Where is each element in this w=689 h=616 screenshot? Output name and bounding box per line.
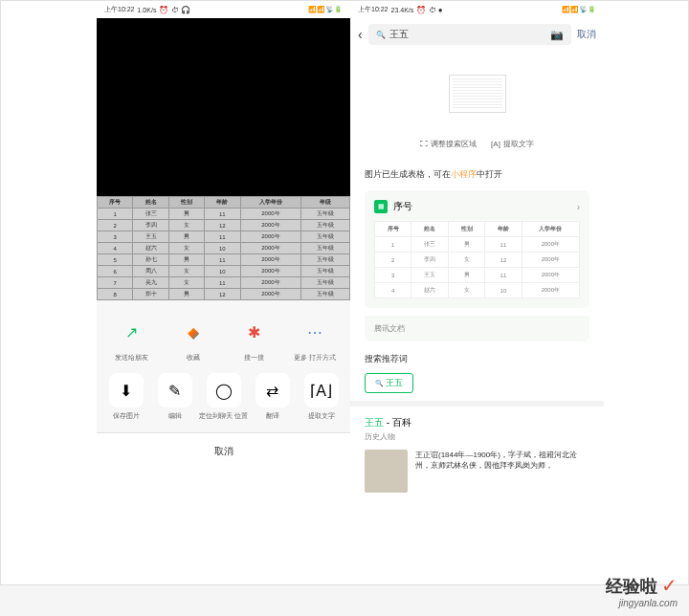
status-right-icons: 📶📶📡🔋 xyxy=(308,6,343,13)
share-item-icon: ⋯ xyxy=(298,315,332,349)
recommend-title: 搜索推荐词 xyxy=(365,353,589,365)
share-item[interactable]: ⇄翻译 xyxy=(248,373,297,420)
check-icon: ✓ xyxy=(661,575,678,596)
camera-icon[interactable]: 📷 xyxy=(550,29,564,41)
share-item[interactable]: ✱搜一搜 xyxy=(228,315,280,362)
image-viewer[interactable]: 序号姓名性别年龄入学年份年级1张三男112000年五年级2李四女122000年五… xyxy=(97,18,350,300)
share-item[interactable]: ⋯更多 打开方式 xyxy=(289,315,342,362)
crop-search-area-button[interactable]: ⛶ 调整搜索区域 xyxy=(420,139,477,149)
spreadsheet-icon: ▦ xyxy=(374,200,388,213)
share-item-icon: ⌈A⌋ xyxy=(304,373,339,407)
share-item-label: 定位到聊天 位置 xyxy=(199,412,248,420)
status-net: 1.0K/s xyxy=(138,7,157,13)
search-icon: 🔍 xyxy=(376,31,386,39)
share-item[interactable]: ⌈A⌋提取文字 xyxy=(297,373,345,420)
share-item-icon: ↗ xyxy=(115,315,149,349)
search-input[interactable]: 🔍 王五 📷 xyxy=(368,24,571,45)
share-item-icon: ◯ xyxy=(207,373,241,407)
baike-suffix: - 百科 xyxy=(384,417,411,428)
share-item-icon: ✱ xyxy=(236,315,271,349)
share-item-label: 更多 打开方式 xyxy=(294,354,336,362)
extract-text-button[interactable]: [A] 提取文字 xyxy=(491,139,534,149)
share-item[interactable]: ◯定位到聊天 位置 xyxy=(199,373,248,420)
status-time: 上午10:22 xyxy=(358,5,389,14)
share-item[interactable]: ✎编辑 xyxy=(150,373,199,420)
status-bar: 上午10:22 23.4K/s ⏰ ⏱ ● 📶📶📡🔋 xyxy=(350,1,604,18)
share-item-label: 翻译 xyxy=(266,412,279,420)
baike-name: 王五 xyxy=(365,417,384,428)
share-item-label: 发送给朋友 xyxy=(115,354,148,362)
image-preview xyxy=(350,51,604,129)
share-item[interactable]: ⬇保存图片 xyxy=(101,373,150,420)
share-item-icon: ⬇ xyxy=(109,373,144,407)
share-item-label: 保存图片 xyxy=(113,412,140,420)
document-card[interactable]: ▦ 序号 › 序号姓名性别年龄入学年份1张三男112000年2李四女122000… xyxy=(365,190,589,308)
baike-text: 王正谊(1844年—1900年)，字子斌，祖籍河北沧州，京师武林名侠，因他拜李凤… xyxy=(415,450,589,493)
watermark: 经验啦 ✓ jingyanla.com xyxy=(606,574,678,608)
search-cancel-button[interactable]: 取消 xyxy=(577,28,596,41)
baike-subtitle: 历史人物 xyxy=(365,431,589,442)
status-bar: 上午10:22 1.0K/s ⏰ ⏱ 🎧 📶📶📡🔋 xyxy=(97,1,350,18)
share-sheet: ↗发送给朋友◆收藏✱搜一搜⋯更多 打开方式 ⬇保存图片✎编辑◯定位到聊天 位置⇄… xyxy=(97,300,350,470)
result-notice: 图片已生成表格，可在小程序中打开 xyxy=(350,159,604,190)
recommend-section: 搜索推荐词 王五 xyxy=(350,341,604,401)
doc-source: 腾讯文档 xyxy=(365,316,589,341)
status-icons: ⏰ ⏱ 🎧 xyxy=(159,6,189,14)
baike-result[interactable]: 王五 - 百科 历史人物 王正谊(1844年—1900年)，字子斌，祖籍河北沧州… xyxy=(350,407,604,502)
doc-title: 序号 xyxy=(393,200,412,213)
cancel-button[interactable]: 取消 xyxy=(97,432,350,470)
share-item-label: 提取文字 xyxy=(308,412,335,420)
share-item-icon: ⇄ xyxy=(256,373,290,407)
back-icon[interactable]: ‹ xyxy=(358,27,363,42)
search-query: 王五 xyxy=(389,28,409,41)
uploaded-image-thumbnail[interactable] xyxy=(449,75,506,113)
chevron-right-icon: › xyxy=(577,202,580,212)
share-item[interactable]: ◆收藏 xyxy=(167,315,219,362)
baike-image xyxy=(365,450,408,493)
share-item-label: 收藏 xyxy=(187,354,200,362)
status-right-icons: 📶📶📡🔋 xyxy=(562,6,596,13)
status-time: 上午10:22 xyxy=(104,5,135,14)
share-item-label: 编辑 xyxy=(168,412,182,420)
image-content-table: 序号姓名性别年龄入学年份年级1张三男112000年五年级2李四女122000年五… xyxy=(97,196,350,300)
image-actions: ⛶ 调整搜索区域 [A] 提取文字 xyxy=(350,129,604,159)
status-icons: ⏰ ⏱ ● xyxy=(416,6,442,14)
right-phone-screenshot: 上午10:22 23.4K/s ⏰ ⏱ ● 📶📶📡🔋 ‹ 🔍 王五 📷 取消 xyxy=(350,1,604,584)
left-phone-screenshot: 上午10:22 1.0K/s ⏰ ⏱ 🎧 📶📶📡🔋 序号姓名性别年龄入学年份年级… xyxy=(97,1,350,584)
crop-icon: ⛶ xyxy=(420,140,428,148)
search-header: ‹ 🔍 王五 📷 取消 xyxy=(350,18,604,51)
status-net: 23.4K/s xyxy=(391,7,414,13)
share-item-label: 搜一搜 xyxy=(244,354,264,362)
miniprogram-link[interactable]: 小程序 xyxy=(451,169,477,179)
share-item[interactable]: ↗发送给朋友 xyxy=(105,315,158,362)
extract-icon: [A] xyxy=(491,140,500,148)
share-item-icon: ✎ xyxy=(158,373,192,407)
recommend-tag[interactable]: 王五 xyxy=(365,373,413,393)
share-item-icon: ◆ xyxy=(176,315,211,349)
